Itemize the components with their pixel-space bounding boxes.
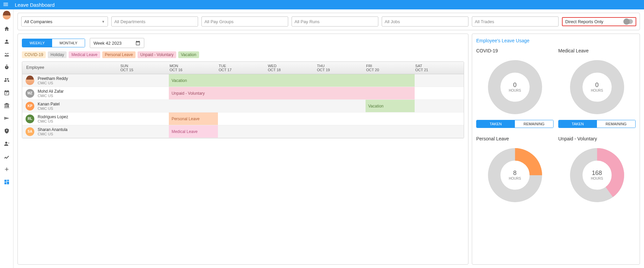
sidebar <box>0 9 13 268</box>
leave-bar[interactable]: Vacation <box>169 74 415 87</box>
usage-item-title: Medical Leave <box>558 48 636 53</box>
employee-name: Mohd Ali Zafar <box>38 89 64 94</box>
bank-icon[interactable] <box>3 102 10 109</box>
legend-medical[interactable]: Medical Leave <box>69 51 100 58</box>
donut-chart: 8HOURS <box>476 145 554 205</box>
legend-personal[interactable]: Personal Leave <box>102 51 136 58</box>
leave-bar[interactable]: Vacation <box>366 100 415 112</box>
calendar-check-icon[interactable] <box>3 89 10 96</box>
direct-reports-toggle: Direct Reports Only <box>562 17 636 26</box>
view-toggle: WEEKLY MONTHLY Week 42 2023 <box>22 38 464 48</box>
employee-avatar <box>26 76 34 85</box>
add-adjust-icon[interactable] <box>3 166 10 173</box>
usage-unit: HOURS <box>591 177 603 180</box>
employee-cell: SASharan AnantulaCMiC US <box>22 125 120 138</box>
monthly-button[interactable]: MONTHLY <box>52 39 85 47</box>
table-row[interactable]: SASharan AnantulaCMiC USMedical Leave <box>22 125 464 138</box>
companies-select[interactable]: All Companies▼ <box>21 16 108 27</box>
legend-unpaid[interactable]: Unpaid - Voluntary <box>138 51 176 58</box>
payruns-placeholder: All Pay Runs <box>295 19 319 24</box>
leave-bar[interactable]: Personal Leave <box>169 113 218 125</box>
trades-select[interactable]: All Trades <box>472 16 559 27</box>
col-day: THUOCT 19 <box>316 62 366 74</box>
usage-unit: HOURS <box>591 89 603 92</box>
employee-company: CMiC US <box>38 81 68 85</box>
stopwatch-icon[interactable] <box>3 64 10 71</box>
family-icon[interactable] <box>3 51 10 58</box>
weekly-button[interactable]: WEEKLY <box>22 39 52 47</box>
employee-name: Kanan Patel <box>38 102 60 106</box>
shield-icon[interactable] <box>3 128 10 134</box>
group-icon[interactable] <box>3 77 10 83</box>
table-row[interactable]: RLRodrigues LopezCMiC USPersonal Leave <box>22 113 464 125</box>
home-icon[interactable] <box>3 26 10 32</box>
usage-value: 8 <box>509 170 521 177</box>
toggle-switch[interactable] <box>623 19 633 24</box>
employee-name: Preetham Reddy <box>38 76 68 81</box>
paygroups-placeholder: All Pay Groups <box>204 19 234 24</box>
day-date: OCT 20 <box>366 68 415 72</box>
person-icon[interactable] <box>3 38 10 45</box>
day-date: OCT 18 <box>268 68 316 72</box>
panels: WEEKLY MONTHLY Week 42 2023 COVID-19 Hol… <box>17 34 640 265</box>
usage-item: Unpaid - Voluntary168HOURS <box>558 136 636 205</box>
legend-holiday[interactable]: Holiday <box>48 51 67 58</box>
leave-bar[interactable]: Unpaid - Voluntary <box>169 87 415 99</box>
topbar: Leave Dashboard <box>0 0 644 9</box>
day-name: THU <box>317 64 366 68</box>
person-remove-icon[interactable] <box>3 140 10 147</box>
leave-bar[interactable]: Medical Leave <box>169 125 218 138</box>
usage-item-title: Personal Leave <box>476 136 554 141</box>
flight-icon[interactable] <box>3 115 10 122</box>
tab-taken[interactable]: TAKEN <box>559 120 597 128</box>
calendar-icon <box>135 40 141 46</box>
schedule-panel: WEEKLY MONTHLY Week 42 2023 COVID-19 Hol… <box>17 34 468 265</box>
grid-header: Employee SUNOCT 15MONOCT 16TUEOCT 17WEDO… <box>22 62 464 74</box>
hamburger-icon[interactable] <box>3 1 11 8</box>
payruns-select[interactable]: All Pay Runs <box>292 16 378 27</box>
usage-item: Medical Leave0HOURSTAKENREMAINING <box>558 48 636 128</box>
day-name: SAT <box>415 64 464 68</box>
day-date: OCT 21 <box>415 68 464 72</box>
days-track: Vacation <box>120 74 464 87</box>
usage-item: COVID-190HOURSTAKENREMAINING <box>476 48 554 128</box>
chart-check-icon[interactable] <box>3 153 10 160</box>
companies-value: All Companies <box>24 19 52 24</box>
employee-avatar: SA <box>26 127 34 136</box>
usage-item-title: Unpaid - Voluntary <box>558 136 636 141</box>
paygroups-select[interactable]: All Pay Groups <box>201 16 288 27</box>
day-name: MON <box>169 64 218 68</box>
legend-covid[interactable]: COVID-19 <box>22 51 46 58</box>
col-employee: Employee <box>22 62 120 74</box>
usage-tabs: TAKENREMAINING <box>558 120 636 128</box>
table-row[interactable]: MZMohd Ali ZafarCMiC USUnpaid - Voluntar… <box>22 87 464 100</box>
day-name: WED <box>268 64 316 68</box>
dashboard-icon[interactable] <box>3 179 10 185</box>
date-picker[interactable]: Week 42 2023 <box>90 38 144 48</box>
caret-down-icon: ▼ <box>102 20 105 24</box>
usage-unit: HOURS <box>509 89 521 92</box>
tab-taken[interactable]: TAKEN <box>477 120 515 128</box>
usage-value: 0 <box>591 82 603 89</box>
legend: COVID-19 Holiday Medical Leave Personal … <box>22 51 464 58</box>
usage-panel: Employee's Leave Usage COVID-190HOURSTAK… <box>472 34 640 265</box>
employee-avatar: MZ <box>26 89 34 98</box>
employee-name: Sharan Anantula <box>38 127 68 132</box>
donut-chart: 168HOURS <box>558 145 636 205</box>
table-row[interactable]: Preetham ReddyCMiC USVacation <box>22 74 464 87</box>
jobs-select[interactable]: All Jobs <box>382 16 468 27</box>
tab-remaining[interactable]: REMAINING <box>597 120 635 128</box>
employee-name: Rodrigues Lopez <box>38 115 68 119</box>
day-name: FRI <box>366 64 415 68</box>
legend-vacation[interactable]: Vacation <box>178 51 199 58</box>
departments-select[interactable]: All Departments <box>111 16 198 27</box>
col-day: SATOCT 21 <box>415 62 464 74</box>
donut-chart: 0HOURS <box>476 57 554 117</box>
employee-company: CMiC US <box>38 106 60 110</box>
user-avatar-icon[interactable] <box>3 11 11 19</box>
table-row[interactable]: KPKanan PatelCMiC USVacation <box>22 100 464 113</box>
layout: All Companies▼ All Departments All Pay G… <box>0 9 644 268</box>
usage-unit: HOURS <box>509 177 521 180</box>
employee-cell: RLRodrigues LopezCMiC US <box>22 113 120 125</box>
tab-remaining[interactable]: REMAINING <box>515 120 553 128</box>
